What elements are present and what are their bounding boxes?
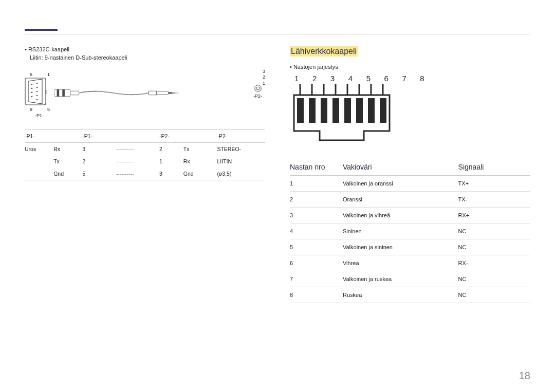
rs232-cable-figure: 6 1 IN 9 5 -P1- [25,69,265,125]
cell: 4 [290,223,343,239]
table-row: 1Valkoinen ja oranssiTX+ [290,176,530,192]
svg-point-1 [31,84,33,85]
svg-rect-37 [380,98,386,123]
svg-point-4 [31,96,33,98]
cell: 5 [290,239,343,255]
svg-rect-16 [157,91,169,95]
svg-rect-14 [70,91,79,95]
hdr-pin: Nastan nro [290,159,343,176]
fig-pin-9: 9 [30,107,32,112]
cell: NC [458,239,530,255]
plug-ring-labels: 3 2 1 [263,69,265,86]
cell: 2 [290,192,343,208]
cell: 6 [290,255,343,271]
right-column: Lähiverkkokaapeli Nastojen järjestys 1 2… [290,46,530,303]
ring-2: 2 [263,74,265,80]
cell: LIITIN [217,155,265,167]
cell: 1 [290,176,343,192]
rs232-pin-table: -P1- -P1- -P2- -P2- Uros Rx 3 ----------… [25,129,265,180]
table-row: 8RuskeaNC [290,287,530,303]
svg-rect-15 [149,91,157,95]
svg-point-5 [36,83,38,84]
table-row: 6VihreäRX- [290,255,530,271]
cell: Ruskea [343,287,458,303]
cable-type: RS232C-kaapeli [25,46,265,52]
cell: Tx [53,155,82,167]
hdr-signal: Signaali [458,159,530,176]
svg-point-7 [36,91,38,92]
left-column: RS232C-kaapeli Liitin: 9-nastainen D-Sub… [25,46,265,303]
cell: Gnd [53,167,82,180]
pin-order-label: Nastojen järjestys [290,64,530,70]
rj45-connector-icon [293,84,396,145]
connector-desc: Liitin: 9-nastainen D-Sub-stereokaapeli [30,54,265,61]
svg-rect-13 [62,89,65,97]
cell: RX+ [458,208,530,223]
cell: (ø3,5) [217,167,265,180]
svg-rect-12 [57,89,60,97]
svg-point-21 [256,87,260,90]
svg-rect-34 [344,98,351,123]
cell: 1 [159,155,183,167]
cell: Valkoinen ja sininen [343,239,458,255]
hdr-p1b: -P1- [82,130,116,143]
rj45-figure: 1 2 3 4 5 6 7 8 [293,74,530,147]
lead-cell: Uros [25,143,53,156]
cell: 3 [82,143,116,156]
cell: Vihreä [343,255,458,271]
svg-rect-36 [368,98,375,123]
page-number: 18 [519,370,530,382]
cell: RX- [458,255,530,271]
cell: NC [458,223,530,239]
cell: Gnd [183,167,217,180]
table-row: 4SininenNC [290,223,530,239]
cell: Valkoinen ja ruskea [343,271,458,287]
hdr-p2a: -P2- [159,130,217,143]
cell: ---------- [116,167,159,180]
ring-3: 3 [263,69,265,74]
svg-rect-35 [356,98,363,123]
cell: NC [458,287,530,303]
table-row: 7Valkoinen ja ruskeaNC [290,271,530,287]
cell: Rx [53,143,82,156]
table-row: 5Valkoinen ja sininenNC [290,239,530,255]
cell: 8 [290,287,343,303]
cell: TX- [458,192,530,208]
svg-point-8 [36,95,38,97]
table-row: 2OranssiTX- [290,192,530,208]
svg-rect-33 [332,98,339,123]
cell: 2 [159,143,183,156]
fig-p2-label: -P2- [253,94,262,99]
fig-pin-5: 5 [47,107,50,112]
hex-nut-icon [254,84,262,92]
cell: Valkoinen ja vihreä [343,208,458,223]
svg-marker-20 [255,85,261,92]
cell: ---------- [116,155,159,167]
cell: 3 [290,208,343,223]
hdr-color: Vakioväri [343,159,458,176]
table-row: Uros Rx 3 ---------- 2 Tx STEREO- [25,143,265,156]
hdr-blank [116,130,159,143]
table-header-row: -P1- -P1- -P2- -P2- [25,130,265,143]
svg-rect-18 [172,92,175,94]
cell: 2 [82,155,116,167]
svg-text:IN: IN [45,90,48,94]
fig-p1-label: -P1- [35,113,44,118]
cell: Oranssi [343,192,458,208]
svg-rect-31 [309,98,316,123]
rj45-pin-numbers: 1 2 3 4 5 6 7 8 [294,74,530,83]
table-row: Tx 2 ---------- 1 Rx LIITIN [25,155,265,167]
cell: 7 [290,271,343,287]
cell: Sininen [343,223,458,239]
dsub-connector-icon: IN [25,76,54,107]
cell: Tx [183,143,217,156]
cell: 5 [82,167,116,180]
hdr-p2b: -P2- [217,130,265,143]
svg-point-3 [31,92,33,94]
cell: Rx [183,155,217,167]
table-header-row: Nastan nro Vakioväri Signaali [290,159,530,176]
page-content: RS232C-kaapeli Liitin: 9-nastainen D-Sub… [0,0,555,303]
svg-point-2 [31,88,33,89]
cell: TX+ [458,176,530,192]
accent-bar [25,29,58,31]
